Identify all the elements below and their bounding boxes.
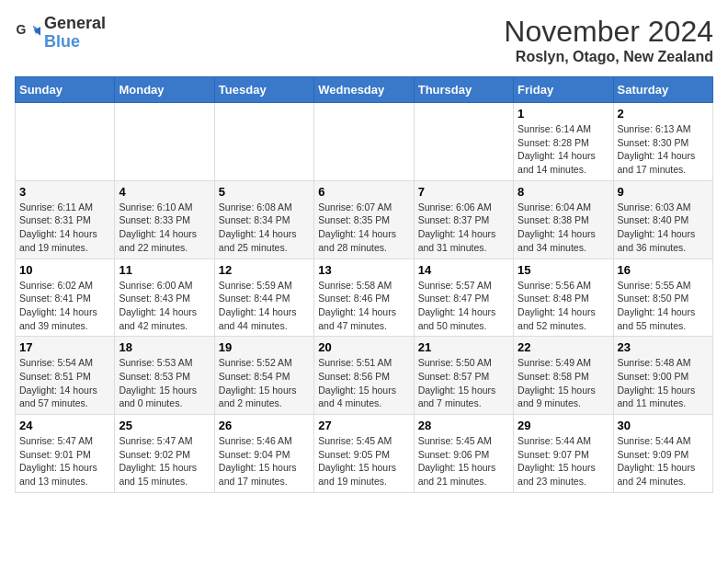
calendar-cell: 22Sunrise: 5:49 AM Sunset: 8:58 PM Dayli… — [514, 337, 613, 415]
day-number: 24 — [19, 419, 110, 432]
day-number: 21 — [418, 340, 509, 354]
column-header-saturday: Saturday — [613, 77, 712, 103]
calendar-cell: 11Sunrise: 6:00 AM Sunset: 8:43 PM Dayli… — [115, 259, 214, 337]
calendar-cell: 13Sunrise: 5:58 AM Sunset: 8:46 PM Dayli… — [314, 259, 414, 337]
day-info: Sunrise: 6:10 AM Sunset: 8:33 PM Dayligh… — [119, 201, 210, 255]
column-header-thursday: Thursday — [414, 77, 513, 103]
day-info: Sunrise: 5:57 AM Sunset: 8:47 PM Dayligh… — [418, 279, 509, 333]
calendar-cell — [115, 103, 214, 181]
calendar-week-2: 3Sunrise: 6:11 AM Sunset: 8:31 PM Daylig… — [16, 180, 713, 259]
calendar-week-5: 24Sunrise: 5:47 AM Sunset: 9:01 PM Dayli… — [16, 415, 713, 493]
day-number: 13 — [318, 263, 409, 277]
calendar: SundayMondayTuesdayWednesdayThursdayFrid… — [15, 76, 713, 493]
day-number: 10 — [19, 263, 110, 277]
calendar-cell: 27Sunrise: 5:45 AM Sunset: 9:05 PM Dayli… — [314, 415, 414, 493]
calendar-cell: 14Sunrise: 5:57 AM Sunset: 8:47 PM Dayli… — [414, 259, 513, 337]
day-info: Sunrise: 5:46 AM Sunset: 9:04 PM Dayligh… — [219, 434, 310, 488]
day-number: 25 — [119, 419, 210, 432]
calendar-cell: 20Sunrise: 5:51 AM Sunset: 8:56 PM Dayli… — [314, 337, 414, 415]
day-info: Sunrise: 6:02 AM Sunset: 8:41 PM Dayligh… — [19, 279, 110, 333]
day-info: Sunrise: 5:48 AM Sunset: 9:00 PM Dayligh… — [618, 356, 709, 410]
day-info: Sunrise: 5:53 AM Sunset: 8:53 PM Dayligh… — [119, 356, 210, 410]
column-header-friday: Friday — [514, 77, 613, 103]
calendar-cell: 2Sunrise: 6:13 AM Sunset: 8:30 PM Daylig… — [613, 103, 712, 181]
calendar-cell: 5Sunrise: 6:08 AM Sunset: 8:34 PM Daylig… — [214, 180, 313, 259]
day-number: 6 — [318, 185, 409, 199]
day-number: 7 — [418, 185, 509, 199]
calendar-cell: 6Sunrise: 6:07 AM Sunset: 8:35 PM Daylig… — [314, 180, 414, 259]
day-number: 4 — [119, 185, 210, 199]
day-info: Sunrise: 5:49 AM Sunset: 8:58 PM Dayligh… — [518, 356, 609, 410]
day-info: Sunrise: 5:45 AM Sunset: 9:06 PM Dayligh… — [418, 434, 509, 488]
header: G General Blue November 2024 Roslyn, Ota… — [15, 15, 713, 65]
day-info: Sunrise: 6:07 AM Sunset: 8:35 PM Dayligh… — [318, 201, 409, 255]
day-number: 16 — [618, 263, 709, 277]
calendar-week-3: 10Sunrise: 6:02 AM Sunset: 8:41 PM Dayli… — [16, 259, 713, 337]
day-number: 20 — [318, 340, 409, 354]
day-number: 8 — [518, 185, 609, 199]
day-info: Sunrise: 6:06 AM Sunset: 8:37 PM Dayligh… — [418, 201, 509, 255]
calendar-cell: 25Sunrise: 5:47 AM Sunset: 9:02 PM Dayli… — [115, 415, 214, 493]
day-number: 12 — [219, 263, 310, 277]
logo-line2: Blue — [44, 33, 106, 52]
calendar-cell: 26Sunrise: 5:46 AM Sunset: 9:04 PM Dayli… — [214, 415, 313, 493]
calendar-week-1: 1Sunrise: 6:14 AM Sunset: 8:28 PM Daylig… — [16, 103, 713, 181]
day-info: Sunrise: 5:45 AM Sunset: 9:05 PM Dayligh… — [318, 434, 409, 488]
logo-line1: General — [44, 15, 106, 33]
logo-icon: G — [15, 20, 40, 46]
day-number: 1 — [518, 107, 609, 121]
title-area: November 2024 Roslyn, Otago, New Zealand — [504, 15, 713, 65]
day-number: 30 — [618, 419, 709, 432]
day-number: 23 — [618, 340, 709, 354]
calendar-cell: 19Sunrise: 5:52 AM Sunset: 8:54 PM Dayli… — [214, 337, 313, 415]
calendar-cell: 16Sunrise: 5:55 AM Sunset: 8:50 PM Dayli… — [613, 259, 712, 337]
column-header-monday: Monday — [115, 77, 214, 103]
calendar-cell: 10Sunrise: 6:02 AM Sunset: 8:41 PM Dayli… — [16, 259, 115, 337]
day-info: Sunrise: 6:04 AM Sunset: 8:38 PM Dayligh… — [518, 201, 609, 255]
day-number: 22 — [518, 340, 609, 354]
calendar-cell: 18Sunrise: 5:53 AM Sunset: 8:53 PM Dayli… — [115, 337, 214, 415]
day-number: 29 — [518, 419, 609, 432]
day-number: 27 — [318, 419, 409, 432]
day-info: Sunrise: 5:51 AM Sunset: 8:56 PM Dayligh… — [318, 356, 409, 410]
day-info: Sunrise: 5:54 AM Sunset: 8:51 PM Dayligh… — [19, 356, 110, 410]
calendar-cell: 3Sunrise: 6:11 AM Sunset: 8:31 PM Daylig… — [16, 180, 115, 259]
day-info: Sunrise: 6:14 AM Sunset: 8:28 PM Dayligh… — [518, 122, 609, 177]
day-number: 9 — [618, 185, 709, 199]
column-header-wednesday: Wednesday — [314, 77, 414, 103]
day-info: Sunrise: 6:11 AM Sunset: 8:31 PM Dayligh… — [19, 201, 110, 255]
day-number: 11 — [119, 263, 210, 277]
day-number: 2 — [618, 107, 709, 121]
logo: G General Blue — [15, 15, 106, 52]
calendar-cell: 1Sunrise: 6:14 AM Sunset: 8:28 PM Daylig… — [514, 103, 613, 181]
svg-text:G: G — [16, 22, 26, 37]
day-number: 17 — [19, 340, 110, 354]
day-number: 18 — [119, 340, 210, 354]
calendar-cell: 15Sunrise: 5:56 AM Sunset: 8:48 PM Dayli… — [514, 259, 613, 337]
day-info: Sunrise: 5:44 AM Sunset: 9:09 PM Dayligh… — [618, 434, 709, 488]
calendar-cell: 29Sunrise: 5:44 AM Sunset: 9:07 PM Dayli… — [514, 415, 613, 493]
month-title: November 2024 — [504, 15, 713, 49]
calendar-cell: 30Sunrise: 5:44 AM Sunset: 9:09 PM Dayli… — [613, 415, 712, 493]
calendar-cell: 28Sunrise: 5:45 AM Sunset: 9:06 PM Dayli… — [414, 415, 513, 493]
calendar-cell: 21Sunrise: 5:50 AM Sunset: 8:57 PM Dayli… — [414, 337, 513, 415]
calendar-cell — [414, 103, 513, 181]
calendar-cell: 7Sunrise: 6:06 AM Sunset: 8:37 PM Daylig… — [414, 180, 513, 259]
day-number: 19 — [219, 340, 310, 354]
calendar-cell: 17Sunrise: 5:54 AM Sunset: 8:51 PM Dayli… — [16, 337, 115, 415]
day-info: Sunrise: 5:47 AM Sunset: 9:01 PM Dayligh… — [19, 434, 110, 488]
calendar-cell: 12Sunrise: 5:59 AM Sunset: 8:44 PM Dayli… — [214, 259, 313, 337]
day-number: 5 — [219, 185, 310, 199]
calendar-cell: 23Sunrise: 5:48 AM Sunset: 9:00 PM Dayli… — [613, 337, 712, 415]
day-number: 14 — [418, 263, 509, 277]
calendar-header-row: SundayMondayTuesdayWednesdayThursdayFrid… — [16, 77, 713, 103]
calendar-cell — [214, 103, 313, 181]
day-info: Sunrise: 5:44 AM Sunset: 9:07 PM Dayligh… — [518, 434, 609, 488]
day-info: Sunrise: 5:47 AM Sunset: 9:02 PM Dayligh… — [119, 434, 210, 488]
day-info: Sunrise: 6:00 AM Sunset: 8:43 PM Dayligh… — [119, 279, 210, 333]
day-info: Sunrise: 5:59 AM Sunset: 8:44 PM Dayligh… — [219, 279, 310, 333]
day-info: Sunrise: 6:03 AM Sunset: 8:40 PM Dayligh… — [618, 201, 709, 255]
day-info: Sunrise: 6:08 AM Sunset: 8:34 PM Dayligh… — [219, 201, 310, 255]
calendar-cell: 24Sunrise: 5:47 AM Sunset: 9:01 PM Dayli… — [16, 415, 115, 493]
day-info: Sunrise: 6:13 AM Sunset: 8:30 PM Dayligh… — [618, 122, 709, 177]
